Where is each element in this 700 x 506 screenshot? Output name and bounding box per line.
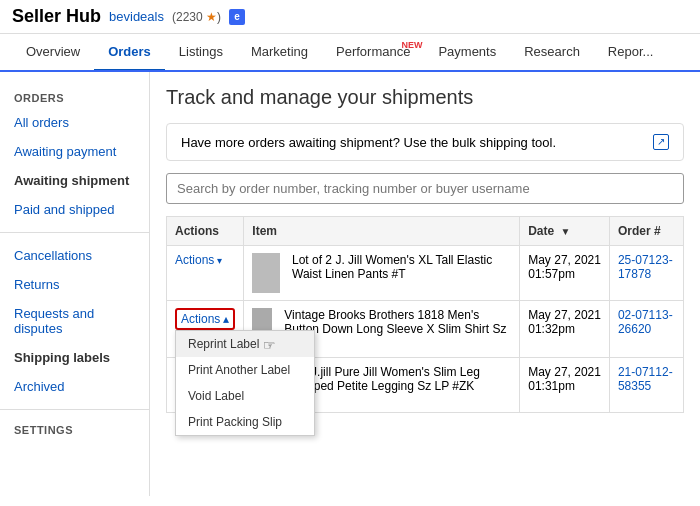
nav-item-listings[interactable]: Listings bbox=[165, 34, 237, 70]
sidebar-divider-2 bbox=[0, 409, 149, 410]
col-order: Order # bbox=[609, 217, 683, 246]
sidebar-item-paid-shipped[interactable]: Paid and shipped bbox=[0, 195, 149, 224]
nav: Overview Orders Listings Marketing Perfo… bbox=[0, 34, 700, 72]
sidebar-item-disputes[interactable]: Requests and disputes bbox=[0, 299, 149, 343]
sidebar-item-returns[interactable]: Returns bbox=[0, 270, 149, 299]
actions-button-2[interactable]: Actions ▴ bbox=[175, 308, 235, 330]
actions-cell: Actions ▾ bbox=[167, 246, 244, 301]
sidebar-item-all-orders[interactable]: All orders bbox=[0, 108, 149, 137]
seller-hub-logo: Seller Hub bbox=[12, 6, 101, 27]
time: 01:32pm bbox=[528, 322, 601, 336]
date: May 27, 2021 bbox=[528, 308, 601, 322]
nav-item-payments[interactable]: Payments bbox=[424, 34, 510, 70]
page-title: Track and manage your shipments bbox=[166, 86, 684, 109]
time: 01:31pm bbox=[528, 379, 601, 393]
ebay-icon: e bbox=[229, 9, 245, 25]
orders-table: Actions Item Date ▼ Order # Actions ▾ bbox=[166, 216, 684, 413]
sidebar: ORDERS All orders Awaiting payment Await… bbox=[0, 72, 150, 496]
search-input[interactable] bbox=[166, 173, 684, 204]
date: May 27, 2021 bbox=[528, 253, 601, 267]
item-title: $59 J.jill Pure Jill Women's Slim Leg Cr… bbox=[288, 365, 511, 393]
nav-item-reports[interactable]: Repor... bbox=[594, 34, 668, 70]
table-row: Actions ▾ Lot of 2 J. Jill Women's XL Ta… bbox=[167, 246, 684, 301]
date: May 27, 2021 bbox=[528, 365, 601, 379]
date-cell: May 27, 2021 01:31pm bbox=[520, 358, 610, 413]
rating: (2230 ★) bbox=[172, 10, 221, 24]
date-cell: May 27, 2021 01:57pm bbox=[520, 246, 610, 301]
nav-item-marketing[interactable]: Marketing bbox=[237, 34, 322, 70]
col-actions: Actions bbox=[167, 217, 244, 246]
dropdown-item-void[interactable]: Void Label bbox=[176, 383, 314, 409]
col-date[interactable]: Date ▼ bbox=[520, 217, 610, 246]
item-title: Vintage Brooks Brothers 1818 Men's Butto… bbox=[284, 308, 511, 350]
banner-text: Have more orders awaiting shipment? Use … bbox=[181, 135, 556, 150]
external-link-icon[interactable]: ↗ bbox=[653, 134, 669, 150]
sidebar-item-awaiting-payment[interactable]: Awaiting payment bbox=[0, 137, 149, 166]
bulk-shipping-banner: Have more orders awaiting shipment? Use … bbox=[166, 123, 684, 161]
nav-item-overview[interactable]: Overview bbox=[12, 34, 94, 70]
cursor-icon: ☞ bbox=[263, 337, 277, 351]
caret-down-icon: ▾ bbox=[217, 255, 222, 266]
sidebar-section-settings: SETTINGS bbox=[0, 418, 149, 440]
caret-up-icon: ▴ bbox=[223, 312, 229, 326]
order-link[interactable]: 02-07113-26620 bbox=[618, 308, 673, 336]
dropdown-item-reprint[interactable]: Reprint Label ☞ bbox=[176, 331, 314, 357]
actions-button-1[interactable]: Actions ▾ bbox=[175, 253, 222, 267]
nav-item-research[interactable]: Research bbox=[510, 34, 594, 70]
col-item: Item bbox=[244, 217, 520, 246]
order-cell: 25-07123-17878 bbox=[609, 246, 683, 301]
order-cell: 21-07112-58355 bbox=[609, 358, 683, 413]
username[interactable]: bevideals bbox=[109, 9, 164, 24]
order-link[interactable]: 21-07112-58355 bbox=[618, 365, 673, 393]
dropdown-item-print-another[interactable]: Print Another Label bbox=[176, 357, 314, 383]
sidebar-section-orders: ORDERS bbox=[0, 86, 149, 108]
actions-label: Actions bbox=[181, 312, 220, 326]
item-title: Lot of 2 J. Jill Women's XL Tall Elastic… bbox=[292, 253, 511, 281]
table-row: Actions ▴ Reprint Label ☞ Print Another … bbox=[167, 301, 684, 358]
date-cell: May 27, 2021 01:32pm bbox=[520, 301, 610, 358]
actions-label: Actions bbox=[175, 253, 214, 267]
actions-cell-highlighted: Actions ▴ Reprint Label ☞ Print Another … bbox=[167, 301, 244, 358]
item-thumbnail bbox=[252, 253, 280, 293]
sidebar-item-archived[interactable]: Archived bbox=[0, 372, 149, 401]
new-badge: NEW bbox=[401, 40, 422, 50]
sidebar-item-cancellations[interactable]: Cancellations bbox=[0, 241, 149, 270]
nav-item-performance[interactable]: PerformanceNEW bbox=[322, 34, 424, 70]
sidebar-item-awaiting-shipment[interactable]: Awaiting shipment bbox=[0, 166, 149, 195]
star-icon: ★ bbox=[206, 10, 217, 24]
actions-dropdown-menu: Reprint Label ☞ Print Another Label Void… bbox=[175, 330, 315, 436]
header: Seller Hub bevideals (2230 ★) e bbox=[0, 0, 700, 34]
dropdown-item-packing-slip[interactable]: Print Packing Slip bbox=[176, 409, 314, 435]
time: 01:57pm bbox=[528, 267, 601, 281]
layout: ORDERS All orders Awaiting payment Await… bbox=[0, 72, 700, 496]
order-link[interactable]: 25-07123-17878 bbox=[618, 253, 673, 281]
sidebar-item-shipping-labels[interactable]: Shipping labels bbox=[0, 343, 149, 372]
sidebar-divider-1 bbox=[0, 232, 149, 233]
order-cell: 02-07113-26620 bbox=[609, 301, 683, 358]
item-cell: Lot of 2 J. Jill Women's XL Tall Elastic… bbox=[244, 246, 520, 301]
main-content: Track and manage your shipments Have mor… bbox=[150, 72, 700, 496]
actions-dropdown-wrapper: Actions ▴ Reprint Label ☞ Print Another … bbox=[175, 308, 235, 330]
nav-item-orders[interactable]: Orders bbox=[94, 34, 165, 72]
